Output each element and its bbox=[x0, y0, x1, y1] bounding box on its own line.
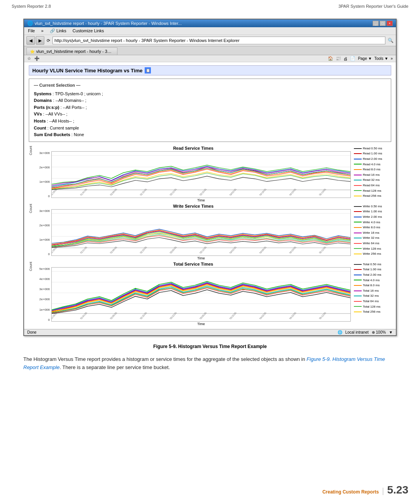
write-chart-section: Count Write Service Times 3e+006 2e+006 … bbox=[29, 204, 391, 260]
more-tools[interactable]: » bbox=[390, 56, 393, 61]
menu-links[interactable]: 🔗 Links bbox=[49, 28, 67, 34]
favorites-icon[interactable]: ☆ bbox=[27, 56, 31, 61]
svg-text:04:06:00: 04:06:00 bbox=[258, 246, 267, 254]
browser-window: 🌐 vlun_svt_histvstime report - hourly - … bbox=[23, 19, 397, 336]
legend-write-256: Write 256 ms bbox=[354, 251, 391, 257]
statusbar-left: Done bbox=[27, 330, 37, 334]
tools-menu[interactable]: Tools ▼ bbox=[374, 56, 388, 61]
legend-read-2.00: Read 2.00 ms bbox=[354, 156, 391, 162]
total-chart-section: Count Total Service Times 5e+006 4e+006 … bbox=[29, 262, 391, 326]
write-y1: 1e+006 bbox=[36, 238, 50, 242]
read-y-label: Count bbox=[29, 146, 34, 159]
toolbar-icon3[interactable]: 🖨 bbox=[343, 56, 348, 61]
back-button[interactable]: ◀ bbox=[26, 36, 35, 45]
browser-icon: 🌐 bbox=[27, 21, 33, 26]
address-bar: ⟳ bbox=[47, 37, 385, 44]
total-y1: 1e+006 bbox=[36, 308, 50, 312]
legend-write-1.00: Write 1.00 ms bbox=[354, 209, 391, 214]
selection-ports: Ports (n:s:p) : --All Ports-- ; bbox=[34, 104, 386, 111]
tab-bar: ⭐ vlun_svt_histvstime report - hourly - … bbox=[24, 46, 396, 55]
legend-total-64: Total 64 ms bbox=[354, 299, 391, 304]
read-y2: 2e+006 bbox=[36, 166, 50, 169]
address-input[interactable] bbox=[52, 37, 385, 44]
current-selection-box: — Current Selection — Systems : TPD-Syst… bbox=[29, 79, 391, 142]
selection-hosts: Hosts : --All Hosts-- ; bbox=[34, 118, 386, 125]
total-y5: 5e+006 bbox=[36, 267, 50, 271]
tab-label: vlun_svt_histvstime report - hourly - 3P… bbox=[36, 49, 114, 54]
selection-systems: Systems : TPD-System-0 ; unicorn ; bbox=[34, 91, 386, 98]
legend-read-256: Read 256 ms bbox=[354, 193, 391, 199]
legend-total-4.0: Total 4.0 ms bbox=[354, 278, 391, 283]
svg-text:03:15:00: 03:15:00 bbox=[199, 188, 207, 196]
total-y3: 3e+006 bbox=[36, 287, 50, 291]
svg-text:03:22:00: 03:22:00 bbox=[169, 312, 177, 320]
write-y-label: Count bbox=[29, 204, 34, 217]
page-footer: Creating Custom Reports | 5.23 bbox=[322, 484, 408, 496]
close-button[interactable]: × bbox=[387, 21, 393, 26]
menu-file[interactable]: File bbox=[27, 28, 36, 34]
statusbar-right: 🌐 Local intranet ⊕ 100% ▼ bbox=[338, 330, 393, 334]
svg-text:02:15:00: 02:15:00 bbox=[139, 188, 147, 196]
add-tab-icon[interactable]: ➕ bbox=[34, 56, 40, 61]
svg-text:05:13:00: 05:13:00 bbox=[318, 188, 327, 196]
selection-count: Count : Current sample bbox=[34, 125, 386, 132]
charts-container: Count Read Service Times 3e+006 2e+006 1… bbox=[29, 146, 391, 326]
svg-text:04:02:00: 04:02:00 bbox=[258, 312, 267, 320]
header-left: System Reporter 2.8 bbox=[12, 4, 51, 9]
svg-text:01:41:00: 01:41:00 bbox=[79, 188, 88, 196]
toolbar-icon1[interactable]: 🏠 bbox=[328, 56, 333, 61]
legend-total-128: Total 128 ms bbox=[354, 304, 391, 310]
total-y4: 4e+006 bbox=[36, 277, 50, 281]
total-x-label: Time bbox=[51, 322, 351, 326]
svg-text:05:12:00: 05:12:00 bbox=[318, 246, 327, 254]
restore-button[interactable]: □ bbox=[380, 21, 386, 26]
titlebar-controls[interactable]: _ □ × bbox=[373, 21, 393, 26]
svg-text:02:05:00: 02:05:00 bbox=[109, 312, 117, 320]
toolbar-icon2[interactable]: 📰 bbox=[336, 56, 341, 61]
page-header: System Reporter 2.8 3PAR System Reporter… bbox=[0, 0, 420, 11]
svg-text:02:06:00: 02:06:00 bbox=[109, 188, 117, 196]
menu-customize[interactable]: Customize Links bbox=[72, 28, 105, 34]
svg-text:04:23:00: 04:23:00 bbox=[288, 188, 297, 196]
write-chart-title: Write Service Times bbox=[36, 204, 351, 208]
toolbar-left: ☆ ➕ bbox=[27, 56, 40, 61]
tab-icon: ⭐ bbox=[30, 49, 35, 54]
total-y-label: Count bbox=[29, 262, 34, 275]
svg-text:02:15:00: 02:15:00 bbox=[139, 312, 147, 320]
svg-text:03:12:00: 03:12:00 bbox=[199, 246, 207, 254]
page-menu[interactable]: Page ▼ bbox=[358, 56, 372, 61]
legend-read-32: Read 32 ms bbox=[354, 177, 391, 183]
active-tab[interactable]: ⭐ vlun_svt_histvstime report - hourly - … bbox=[26, 47, 117, 55]
page-title: Hourly VLUN Service Time Histogram vs Ti… bbox=[32, 68, 142, 74]
svg-text:02:41:00: 02:41:00 bbox=[79, 312, 88, 320]
forward-button[interactable]: ▶ bbox=[36, 36, 44, 45]
browser-menubar: File » 🔗 Links Customize Links bbox=[24, 27, 396, 35]
selection-title: — Current Selection — bbox=[34, 82, 386, 89]
legend-total-8.0: Total 8.0 ms bbox=[354, 283, 391, 288]
total-chart-box: 01:16:00 02:41:00 02:05:00 02:15:00 03:2… bbox=[51, 267, 351, 322]
svg-text:04:23:00: 04:23:00 bbox=[288, 246, 297, 254]
menu-more[interactable]: » bbox=[40, 28, 44, 34]
page-title-bar: Hourly VLUN Service Time Histogram vs Ti… bbox=[29, 65, 391, 75]
main-content: 🌐 vlun_svt_histvstime report - hourly - … bbox=[0, 11, 420, 387]
address-go[interactable]: 🔍 bbox=[388, 38, 394, 43]
address-toolbar: ◀ ▶ ⟳ 🔍 bbox=[24, 35, 396, 46]
footer-section: Creating Custom Reports bbox=[322, 489, 379, 495]
write-y2: 2e+006 bbox=[36, 224, 50, 227]
zoom-dropdown[interactable]: ▼ bbox=[389, 330, 393, 334]
write-chart-wrapper: Write Service Times 3e+006 2e+006 1e+006… bbox=[36, 204, 351, 260]
minimize-button[interactable]: _ bbox=[373, 21, 379, 26]
legend-read-8.0: Read 8.0 ms bbox=[354, 167, 391, 172]
total-y0: 0 bbox=[36, 318, 50, 322]
legend-write-4.0: Write 4.0 ms bbox=[354, 220, 391, 225]
svg-text:04:23:00: 04:23:00 bbox=[288, 312, 297, 320]
write-chart-legend: Write 0.50 ms Write 1.00 ms Write 2.00 m… bbox=[352, 204, 391, 257]
legend-total-256: Total 256 ms bbox=[354, 309, 391, 315]
nav-buttons[interactable]: ◀ ▶ bbox=[26, 36, 44, 45]
svg-text:04:16:00: 04:16:00 bbox=[258, 188, 267, 196]
toolbar-icon4[interactable]: 📄 bbox=[350, 56, 355, 61]
toolbar-right: 🏠 📰 🖨 📄 Page ▼ Tools ▼ » bbox=[328, 56, 393, 61]
svg-text:03:05:00: 03:05:00 bbox=[199, 312, 207, 320]
browser-title: vlun_svt_histvstime report - hourly - 3P… bbox=[35, 21, 182, 26]
legend-read-64: Read 64 ms bbox=[354, 183, 391, 188]
